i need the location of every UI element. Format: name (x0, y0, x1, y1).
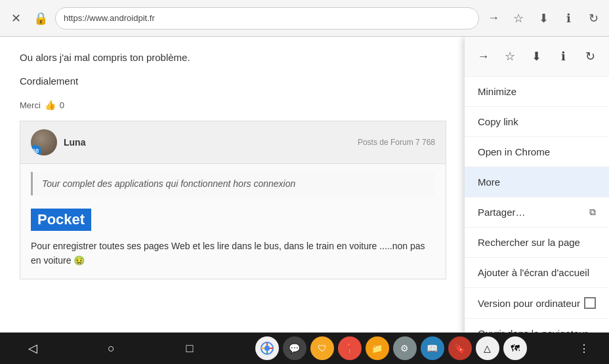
pocket-highlight: Pocket (31, 209, 91, 231)
version-checkbox[interactable] (584, 297, 596, 309)
download-top-icon[interactable]: ⬇ (525, 45, 549, 68)
taskbar-apps: 💬 🛡 📍 📁 ⚙ 📖 🔖 △ 🗺 (255, 336, 527, 360)
menu-label-copy-link: Copy link (478, 116, 518, 127)
menu-item-partager[interactable]: Partager… ⧉ (465, 197, 609, 228)
menu-item-version-ordinateur[interactable]: Version pour ordinateur (465, 288, 609, 319)
menu-item-rechercher[interactable]: Rechercher sur la page (465, 228, 609, 258)
home-button[interactable]: ○ (98, 335, 125, 361)
close-button[interactable]: ✕ (5, 8, 26, 29)
address-bar[interactable]: https://www.androidpit.fr (55, 7, 479, 30)
browser-content: Ou alors j'ai mal compris ton problème. … (0, 37, 609, 333)
dropdown-top-icons: → ☆ ⬇ ℹ ↻ (465, 37, 609, 77)
menu-label-partager: Partager… (478, 207, 526, 218)
recents-button[interactable]: □ (177, 335, 203, 361)
browser-bar: ✕ 🔒 https://www.androidpit.fr → ☆ ⬇ ℹ ↻ (0, 0, 609, 37)
app-chrome[interactable] (255, 336, 279, 360)
menu-item-more[interactable]: More (465, 167, 609, 197)
comment-block: 60 Luna Posts de Forum 7 768 Tour comple… (20, 121, 446, 279)
merci-row: Merci 👍 0 (20, 100, 446, 110)
paragraph-1: Ou alors j'ai mal compris ton problème. (20, 50, 446, 66)
lock-icon: 🔒 (30, 8, 51, 29)
info-icon[interactable]: ℹ (558, 8, 579, 29)
menu-label-more: More (478, 176, 500, 188)
menu-label-open-chrome: Open in Chrome (478, 146, 550, 157)
app-settings[interactable]: ⚙ (393, 336, 417, 360)
back-button[interactable]: ◁ (20, 335, 46, 361)
bookmark-star-icon[interactable]: ☆ (498, 45, 522, 68)
dropdown-menu: → ☆ ⬇ ℹ ↻ Minimize Copy link Open in Chr… (465, 37, 609, 333)
comment-username: Luna (64, 137, 85, 148)
avatar-badge: 60 (31, 145, 41, 155)
paragraph-2: Cordialement (20, 73, 446, 89)
nav-bar: ◁ ○ □ 💬 🛡 📍 📁 ⚙ 📖 🔖 △ 🗺 (0, 333, 609, 364)
comment-header: 60 Luna Posts de Forum 7 768 (20, 121, 446, 164)
thumb-icon: 👍 (45, 100, 56, 110)
menu-label-rechercher: Rechercher sur la page (478, 237, 580, 248)
app-ebook[interactable]: 📖 (421, 336, 444, 360)
page-content: Ou alors j'ai mal compris ton problème. … (0, 37, 466, 293)
menu-label-ajouter: Ajouter à l'écran d'accueil (478, 267, 589, 278)
url-text: https://www.androidpit.fr (64, 13, 155, 23)
menu-item-ouvrir-navigateur[interactable]: Ouvrir dans le navigateur (465, 319, 609, 333)
app-maps[interactable]: 🗺 (503, 336, 527, 360)
comment-body: Pour enregistrer toutes ses pages Web et… (20, 236, 446, 279)
comment-quote: Tour complet des applications qui foncti… (31, 172, 435, 195)
app-files[interactable]: 📁 (366, 336, 389, 360)
partager-icon: ⧉ (589, 207, 596, 218)
menu-label-minimize: Minimize (478, 86, 516, 97)
menu-label-version-ordinateur: Version pour ordinateur (478, 298, 580, 309)
comment-meta: Posts de Forum 7 768 (358, 138, 435, 147)
bookmark-icon[interactable]: ☆ (508, 8, 529, 29)
app-location[interactable]: 📍 (338, 336, 362, 360)
svg-point-1 (264, 346, 270, 351)
app-shield[interactable]: 🛡 (310, 336, 334, 360)
avatar: 60 (31, 129, 57, 155)
refresh-top-icon[interactable]: ↻ (579, 45, 602, 68)
app-drive[interactable]: △ (476, 336, 499, 360)
menu-item-copy-link[interactable]: Copy link (465, 107, 609, 137)
menu-item-minimize[interactable]: Minimize (465, 77, 609, 107)
info-top-icon[interactable]: ℹ (552, 45, 576, 68)
merci-label: Merci (20, 100, 41, 110)
forward-icon[interactable]: → (483, 8, 504, 29)
menu-item-ajouter[interactable]: Ajouter à l'écran d'accueil (465, 258, 609, 288)
forward-nav-icon[interactable]: → (471, 45, 495, 68)
refresh-icon[interactable]: ↻ (583, 8, 604, 29)
nav-more-icon[interactable]: ⋮ (579, 342, 589, 355)
merci-count: 0 (60, 100, 64, 110)
app-messages[interactable]: 💬 (283, 336, 306, 360)
menu-item-open-chrome[interactable]: Open in Chrome (465, 137, 609, 167)
app-pocket[interactable]: 🔖 (448, 336, 472, 360)
download-icon[interactable]: ⬇ (533, 8, 554, 29)
nav-right-icons: ⋮ (579, 342, 589, 355)
menu-label-ouvrir-navigateur: Ouvrir dans le navigateur (478, 328, 588, 333)
